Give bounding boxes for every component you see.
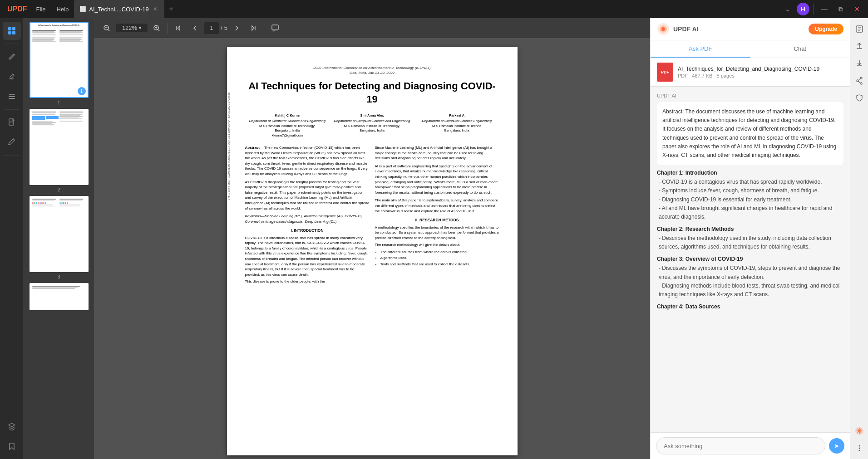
- ai-panel-header: UPDF AI Upgrade: [651, 18, 850, 40]
- file-meta: PDF · 467.7 KB · 5 pages: [678, 73, 843, 78]
- right-icon-share[interactable]: [852, 73, 867, 88]
- sidebar-icon-layer[interactable]: [3, 417, 21, 435]
- svg-rect-13: [272, 25, 278, 30]
- sidebar-divider-1: [5, 44, 19, 44]
- annotate-icon: [8, 53, 16, 61]
- ai-chapters: Chapter 1: Introduction - COVID-19 is a …: [657, 170, 843, 310]
- page-icon: [8, 118, 16, 127]
- pdf-title: AI Techniques for Detecting and Diagnosi…: [245, 80, 499, 106]
- toolbar-separator-2: [264, 23, 264, 34]
- right-panel: UPDF AI Upgrade Ask PDF Chat PDF AI_Tech…: [650, 18, 850, 459]
- svg-point-22: [858, 445, 860, 447]
- thumbnail-2[interactable]: 2: [27, 109, 90, 192]
- chevron-down-icon: ▾: [139, 25, 141, 30]
- right-icon-download[interactable]: [852, 56, 867, 71]
- tab-document[interactable]: ⬜ AI_Techni....COVID-19 ✕: [74, 0, 164, 18]
- svg-point-23: [858, 448, 860, 449]
- minimize-button[interactable]: —: [817, 2, 832, 16]
- bullet-item-1: The different sources from where the dat…: [380, 249, 499, 255]
- close-button[interactable]: ✕: [850, 2, 864, 16]
- file-info-bar: PDF AI_Techniques_for_Detecting_and_Diag…: [651, 58, 850, 87]
- chapter-1-bullet-4: - AI and ML have brought significant cha…: [657, 204, 843, 221]
- zoom-display[interactable]: 122% ▾: [116, 24, 148, 32]
- chapter-1-title: Chapter 1: Introduction: [657, 170, 843, 176]
- tab-ask-pdf[interactable]: Ask PDF: [651, 40, 750, 58]
- user-avatar[interactable]: H: [797, 3, 809, 15]
- tab-group: File Help ⬜ AI_Techni....COVID-19 ✕ +: [31, 0, 780, 18]
- right-icon-ai-sparkle[interactable]: [852, 424, 867, 438]
- tab-close-btn[interactable]: ✕: [152, 5, 159, 13]
- sidebar-divider-2: [5, 109, 19, 110]
- right-icon-edit[interactable]: [852, 22, 867, 36]
- protect-icon: [855, 94, 863, 102]
- sidebar-icon-grid[interactable]: [3, 22, 21, 40]
- pdf-abstract: Abstract— The new Coronavirus infection …: [245, 145, 370, 177]
- chat-send-button[interactable]: ➤: [829, 438, 844, 454]
- svg-rect-0: [8, 27, 11, 30]
- svg-point-19: [860, 83, 862, 84]
- toolbar: 122% ▾: [94, 18, 650, 38]
- tab-help[interactable]: Help: [51, 0, 74, 18]
- svg-rect-8: [10, 122, 13, 122]
- separator: [813, 4, 814, 15]
- list-icon: [8, 93, 16, 101]
- right-icon-protect[interactable]: [852, 91, 867, 105]
- chapter-3-title: Chapter 3: Overview of COVID-19: [657, 256, 843, 262]
- zoom-in-icon: [153, 24, 160, 32]
- ai-content[interactable]: UPDF AI Abstract: The document discusses…: [651, 87, 850, 432]
- thumbnail-1[interactable]: AI Techniques for Detecting and Diagnosi…: [27, 22, 90, 105]
- right-edit-icon: [855, 25, 863, 33]
- zoom-out-button[interactable]: [99, 21, 114, 35]
- author-3: Parkavi A Department of Computer Science…: [414, 113, 499, 138]
- sidebar-icon-list[interactable]: [3, 88, 21, 106]
- maximize-button[interactable]: ⧉: [833, 2, 848, 16]
- zoom-in-button[interactable]: [149, 21, 164, 35]
- bookmark-icon: [8, 442, 16, 450]
- page-next-button[interactable]: [229, 21, 244, 35]
- right-icon-upload[interactable]: [852, 39, 867, 54]
- pdf-file-icon: PDF: [657, 63, 673, 82]
- sidebar-icon-page[interactable]: [3, 113, 21, 132]
- chapter-2-title: Chapter 2: Research Methods: [657, 226, 843, 232]
- sidebar-icon-annotate[interactable]: [3, 48, 21, 66]
- chat-input-area: ➤: [651, 432, 850, 459]
- author-1: Kshitij C Kurne Department of Computer S…: [245, 113, 330, 138]
- title-bar-right: ⌄ H — ⧉ ✕: [780, 2, 864, 16]
- page-prev-button[interactable]: [188, 21, 202, 35]
- page-last-icon: [250, 25, 256, 31]
- thumbnail-3[interactable]: 3: [27, 196, 90, 279]
- sidebar-icon-highlight[interactable]: [3, 68, 21, 86]
- tab-file[interactable]: File: [31, 0, 51, 18]
- add-tab-button[interactable]: +: [164, 2, 178, 16]
- svg-rect-6: [9, 98, 15, 99]
- thumbnail-4[interactable]: [27, 283, 90, 310]
- svg-point-16: [661, 27, 665, 31]
- tab-chat[interactable]: Chat: [750, 40, 850, 58]
- chapter-2-bullet-1: - Describes the methodology used in the …: [657, 234, 843, 251]
- svg-rect-4: [9, 94, 15, 95]
- page-number-input[interactable]: [204, 22, 219, 34]
- pdf-left-col: Abstract— The new Coronavirus infection …: [245, 145, 370, 284]
- page-next-icon: [233, 25, 240, 31]
- chat-input[interactable]: [656, 437, 825, 454]
- layer-icon: [8, 422, 16, 430]
- upgrade-button[interactable]: Upgrade: [809, 24, 843, 34]
- comment-icon: [271, 24, 279, 32]
- sidebar-icon-edit[interactable]: [3, 133, 21, 151]
- chapter-3-bullet-1: - Discusses the symptoms of COVID-19, st…: [657, 264, 843, 281]
- bullet-item-3: Tools and methods that are used to colle…: [380, 262, 499, 267]
- page-first-button[interactable]: [172, 21, 186, 35]
- page-last-button[interactable]: [246, 21, 260, 35]
- comment-button[interactable]: [268, 21, 282, 35]
- chapter-3-bullet-2: - Diagnosing methods include blood tests…: [657, 282, 843, 299]
- pdf-scroll[interactable]: 978-1-6654-2577-3/22/531.00 ©2022 IEEE |…: [94, 38, 650, 459]
- sidebar-icon-bookmark[interactable]: [3, 437, 21, 455]
- left-sidebar: [0, 18, 24, 459]
- download-icon: [855, 59, 863, 68]
- svg-rect-9: [10, 123, 13, 123]
- share-icon: [855, 77, 863, 85]
- edit-icon: [8, 138, 16, 146]
- dropdown-btn[interactable]: ⌄: [780, 2, 795, 16]
- thumb-number-2: 2: [57, 187, 60, 192]
- right-icon-more[interactable]: [852, 441, 867, 455]
